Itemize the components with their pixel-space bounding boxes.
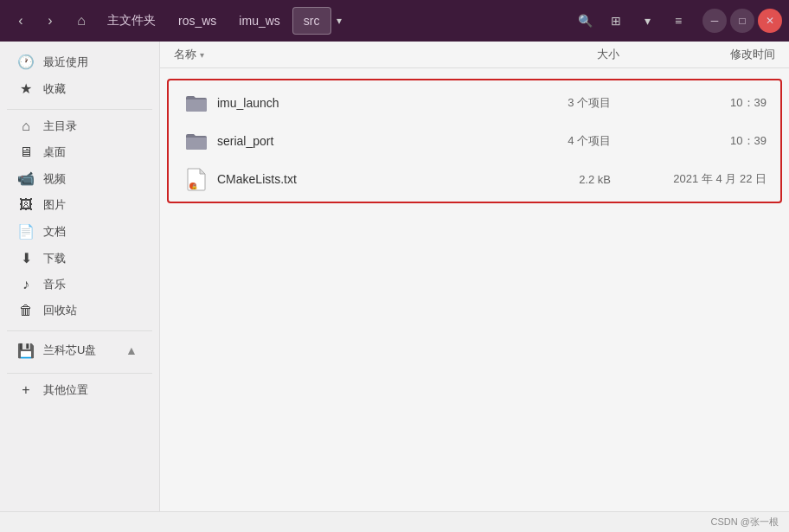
- eject-button[interactable]: ▲: [121, 340, 142, 361]
- search-button[interactable]: 🔍: [571, 7, 599, 35]
- sidebar-divider-1: [7, 109, 152, 110]
- sidebar-usb-label: 兰科芯U盘: [43, 343, 96, 358]
- sidebar-places-section: ⌂ 主目录 🖥 桌面 📹 视频 🖼 图片 📄 文档 ⬇ 下载: [0, 113, 159, 324]
- other-icon: +: [17, 382, 35, 398]
- sidebar: 🕐 最近使用 ★ 收藏 ⌂ 主目录 🖥 桌面 📹 视频 🖼: [0, 42, 160, 511]
- desktop-icon: 🖥: [17, 144, 35, 160]
- list-item[interactable]: serial_port 4 个项目 10：39: [169, 122, 780, 160]
- breadcrumb-ros-ws[interactable]: ros_ws: [168, 7, 227, 35]
- usb-icon: 💾: [17, 343, 35, 359]
- view-toggle-button[interactable]: ⊞: [602, 7, 630, 35]
- selection-box: imu_launch 3 个项目 10：39 serial_port 4 个项目…: [167, 79, 782, 203]
- sidebar-trash-label: 回收站: [43, 303, 77, 318]
- sidebar-recent-label: 最近使用: [43, 54, 88, 70]
- nav-buttons: ‹ ›: [7, 7, 64, 35]
- sidebar-item-favorites[interactable]: ★ 收藏: [3, 75, 156, 102]
- sidebar-item-trash[interactable]: 🗑 回收站: [3, 298, 156, 324]
- breadcrumb-home-label[interactable]: 主文件夹: [97, 7, 166, 35]
- main-content: 🕐 最近使用 ★ 收藏 ⌂ 主目录 🖥 桌面 📹 视频 🖼: [0, 42, 789, 511]
- file-size: 4 个项目: [524, 133, 628, 149]
- view-dropdown-button[interactable]: ▾: [633, 7, 661, 35]
- toolbar-actions: 🔍 ⊞ ▾ ≡: [571, 7, 692, 35]
- col-name-header[interactable]: 名称 ▾: [174, 47, 533, 62]
- breadcrumb-src-label[interactable]: src: [292, 7, 331, 35]
- maximize-button[interactable]: □: [730, 9, 754, 33]
- home-breadcrumb[interactable]: ⌂: [67, 7, 95, 35]
- file-size: 3 个项目: [524, 95, 628, 111]
- sidebar-devices-section: 💾 兰科芯U盘 ▲: [0, 335, 159, 366]
- sidebar-item-other[interactable]: + 其他位置: [3, 377, 156, 403]
- file-area: 名称 ▾ 大小 修改时间 imu_launch 3 个项目: [160, 42, 789, 511]
- folder-icon: [183, 127, 210, 155]
- file-name: serial_port: [217, 134, 524, 148]
- file-name: imu_launch: [217, 96, 524, 110]
- statusbar: CSDN @张一根: [0, 511, 789, 532]
- forward-button[interactable]: ›: [36, 7, 64, 35]
- downloads-icon: ⬇: [17, 250, 35, 266]
- sidebar-other-label: 其他位置: [43, 382, 88, 398]
- file-size: 2.2 kB: [524, 173, 628, 186]
- list-item[interactable]: imu_launch 3 个项目 10：39: [169, 84, 780, 122]
- sidebar-divider-3: [7, 373, 152, 374]
- sidebar-recent-section: 🕐 最近使用 ★ 收藏: [0, 48, 159, 102]
- menu-button[interactable]: ≡: [664, 7, 692, 35]
- back-button[interactable]: ‹: [7, 7, 35, 35]
- sidebar-home-label: 主目录: [43, 119, 77, 134]
- sidebar-desktop-label: 桌面: [43, 144, 66, 160]
- breadcrumb-imu-ws[interactable]: imu_ws: [228, 7, 290, 35]
- titlebar: ‹ › ⌂ 主文件夹 ros_ws imu_ws src ▾ 🔍 ⊞ ▾ ≡ ─…: [0, 0, 789, 42]
- recent-icon: 🕐: [17, 54, 35, 70]
- favorites-icon: ★: [17, 80, 35, 97]
- sidebar-item-usb[interactable]: 💾 兰科芯U盘 ▲: [3, 335, 156, 366]
- column-headers: 名称 ▾ 大小 修改时间: [160, 42, 789, 68]
- sidebar-downloads-label: 下载: [43, 251, 66, 266]
- window-controls: ─ □ ✕: [702, 9, 782, 33]
- file-list: imu_launch 3 个项目 10：39 serial_port 4 个项目…: [160, 68, 789, 511]
- minimize-button[interactable]: ─: [702, 9, 727, 33]
- sidebar-favorites-label: 收藏: [43, 81, 66, 97]
- sidebar-item-desktop[interactable]: 🖥 桌面: [3, 139, 156, 165]
- sidebar-item-videos[interactable]: 📹 视频: [3, 165, 156, 192]
- svg-text:🔒: 🔒: [191, 183, 198, 190]
- sidebar-item-home[interactable]: ⌂ 主目录: [3, 113, 156, 139]
- sidebar-item-documents[interactable]: 📄 文档: [3, 218, 156, 245]
- sort-arrow-icon: ▾: [200, 50, 204, 60]
- credit-label: CSDN @张一根: [711, 516, 779, 529]
- sidebar-divider-2: [7, 330, 152, 331]
- sidebar-item-pictures[interactable]: 🖼 图片: [3, 192, 156, 218]
- sidebar-videos-label: 视频: [43, 171, 66, 187]
- col-date-header[interactable]: 修改时间: [637, 47, 775, 62]
- file-date: 2021 年 4 月 22 日: [628, 171, 767, 187]
- videos-icon: 📹: [17, 170, 35, 187]
- sidebar-documents-label: 文档: [43, 224, 66, 240]
- list-item[interactable]: 🔒 CMakeLists.txt 2.2 kB 2021 年 4 月 22 日: [169, 160, 780, 198]
- trash-icon: 🗑: [17, 303, 35, 318]
- documents-icon: 📄: [17, 223, 35, 240]
- file-name: CMakeLists.txt: [217, 172, 524, 186]
- close-button[interactable]: ✕: [758, 9, 782, 33]
- pictures-icon: 🖼: [17, 197, 35, 213]
- sidebar-item-music[interactable]: ♪ 音乐: [3, 272, 156, 298]
- breadcrumb-src: src ▾: [292, 7, 345, 35]
- sidebar-item-downloads[interactable]: ⬇ 下载: [3, 245, 156, 272]
- breadcrumb: ⌂ 主文件夹 ros_ws imu_ws src ▾: [67, 7, 568, 35]
- sidebar-pictures-label: 图片: [43, 197, 66, 213]
- file-date: 10：39: [628, 95, 767, 111]
- sidebar-music-label: 音乐: [43, 277, 66, 292]
- text-file-icon: 🔒: [183, 165, 210, 193]
- file-date: 10：39: [628, 133, 767, 149]
- sidebar-other-section: + 其他位置: [0, 377, 159, 403]
- sidebar-item-recent[interactable]: 🕐 最近使用: [3, 48, 156, 75]
- breadcrumb-dropdown-arrow[interactable]: ▾: [333, 15, 345, 27]
- col-size-header[interactable]: 大小: [533, 47, 637, 62]
- music-icon: ♪: [17, 277, 35, 292]
- home-icon: ⌂: [17, 119, 35, 134]
- folder-icon: [183, 89, 210, 117]
